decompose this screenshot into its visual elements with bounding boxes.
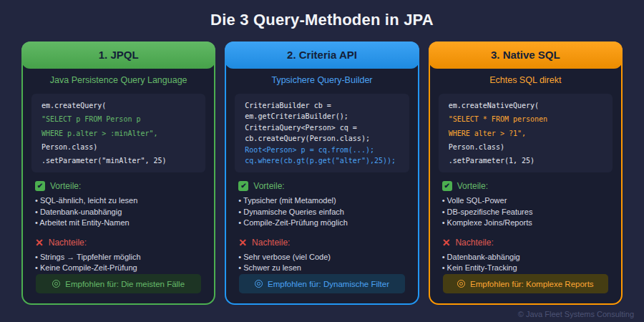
cards-row: 1. JPQL Java Persistence Query Language … [0, 42, 644, 305]
code-line: WHERE p.alter > :minAlter", [42, 130, 195, 137]
card-native-cons-list: Datenbank-abhängigKein Entity-Tracking [430, 252, 621, 274]
card-criteria-pros-list: Typsicher (mit Metamodel)Dynamische Quer… [226, 195, 417, 229]
cons-label: Nachteile: [49, 238, 87, 248]
code-line: "SELECT p FROM Person p [42, 115, 195, 123]
target-icon [52, 280, 60, 288]
target-icon [457, 280, 465, 288]
bullet-item: Datenbank-unabhängig [35, 207, 202, 218]
card-criteria-title: 2. Criteria API [287, 49, 357, 61]
card-jpql: 1. JPQL Java Persistence Query Language … [21, 42, 215, 305]
copyright-footer: © Java Fleet Systems Consulting [518, 310, 634, 318]
card-jpql-code-block: em.createQuery("SELECT p FROM Person pWH… [31, 94, 205, 173]
bullet-item: Komplexe Joins/Reports [442, 218, 609, 229]
bullet-item: Strings → Tippfehler möglich [35, 252, 202, 263]
card-criteria-header: 2. Criteria API [225, 42, 419, 69]
card-criteria-cons-list: Sehr verbose (viel Code)Schwer zu lesen [226, 252, 417, 274]
card-jpql-pros-list: SQL-ähnlich, leicht zu lesenDatenbank-un… [23, 195, 214, 229]
badge-label: Empfohlen für: Komplexe Reports [470, 280, 594, 288]
cons-label: Nachteile: [252, 238, 290, 248]
card-criteria-api: 2. Criteria API Typsichere Query-Builder… [225, 42, 419, 305]
card-jpql-subtitle: Java Persistence Query Language [23, 75, 214, 85]
card-criteria-cons-heading: ✕ Nachteile: [226, 238, 417, 248]
bullet-item: Sehr verbose (viel Code) [238, 252, 405, 263]
bullet-item: DB-spezifische Features [442, 207, 609, 218]
code-line: em.getCriteriaBuilder(); [245, 112, 399, 120]
pros-label: Vorteile: [50, 181, 81, 191]
code-line: .setParameter("minAlter", 25) [42, 157, 195, 165]
badge-label: Empfohlen für: Die meisten Fälle [65, 280, 185, 288]
bullet-item: Typsicher (mit Metamodel) [238, 195, 405, 207]
bullet-item: Datenbank-abhängig [442, 252, 609, 263]
pros-label: Vorteile: [457, 181, 488, 191]
pros-label: Vorteile: [253, 181, 284, 191]
bullet-item: SQL-ähnlich, leicht zu lesen [35, 195, 202, 207]
bullet-item: Kein Entity-Tracking [442, 263, 609, 274]
card-native-title: 3. Native SQL [491, 49, 560, 61]
code-line: CriteriaBuilder cb = [245, 102, 399, 109]
card-criteria-pros-heading: ✔ Vorteile: [226, 181, 417, 191]
cross-icon: ✕ [442, 238, 451, 248]
card-jpql-title: 1. JPQL [99, 49, 139, 61]
card-native-code-block: em.createNativeQuery("SELECT * FROM pers… [439, 94, 613, 173]
bullet-item: Keine Compile-Zeit-Prüfung [35, 263, 202, 274]
card-jpql-recommendation-badge: Empfohlen für: Die meisten Fälle [36, 274, 201, 293]
bullet-item: Schwer zu lesen [238, 263, 405, 274]
cross-icon: ✕ [35, 238, 44, 248]
card-criteria-subtitle: Typsichere Query-Builder [226, 75, 417, 85]
check-icon: ✔ [238, 181, 248, 191]
target-icon [255, 280, 263, 288]
card-native-pros-heading: ✔ Vorteile: [430, 181, 621, 191]
code-line: .setParameter(1, 25) [449, 157, 602, 165]
code-line: Person.class) [449, 143, 602, 151]
code-line: cb.createQuery(Person.class); [245, 135, 399, 142]
check-icon: ✔ [442, 181, 452, 191]
card-criteria-recommendation-badge: Empfohlen für: Dynamische Filter [239, 274, 404, 293]
card-jpql-cons-list: Strings → Tippfehler möglichKeine Compil… [23, 252, 214, 274]
card-jpql-header: 1. JPQL [21, 42, 215, 69]
code-line: WHERE alter > ?1", [449, 130, 602, 137]
code-line: Person.class) [42, 143, 195, 151]
card-native-cons-heading: ✕ Nachteile: [430, 238, 621, 248]
page-title: Die 3 Query-Methoden in JPA [0, 0, 644, 29]
card-native-pros-list: Volle SQL-PowerDB-spezifische FeaturesKo… [430, 195, 621, 229]
code-line: em.createNativeQuery( [449, 102, 602, 109]
card-native-sql: 3. Native SQL Echtes SQL direkt em.creat… [429, 42, 623, 305]
bullet-item: Volle SQL-Power [442, 195, 609, 207]
card-native-recommendation-badge: Empfohlen für: Komplexe Reports [443, 274, 608, 293]
code-line: CriteriaQuery<Person> cq = [245, 124, 399, 132]
code-line: cq.where(cb.gt(p.get("alter"),25)); [245, 157, 399, 165]
card-native-header: 3. Native SQL [429, 42, 623, 69]
card-jpql-pros-heading: ✔ Vorteile: [23, 181, 214, 191]
cons-label: Nachteile: [455, 238, 493, 248]
card-jpql-cons-heading: ✕ Nachteile: [23, 238, 214, 248]
card-criteria-code-block: CriteriaBuilder cb =em.getCriteriaBuilde… [235, 94, 409, 173]
card-native-subtitle: Echtes SQL direkt [430, 75, 621, 85]
badge-label: Empfohlen für: Dynamische Filter [268, 280, 389, 288]
code-line: "SELECT * FROM personen [449, 115, 602, 123]
bullet-item: Dynamische Queries einfach [238, 207, 405, 218]
bullet-item: Arbeitet mit Entity-Namen [35, 218, 202, 229]
code-line: Root<Person> p = cq.from(...); [245, 146, 399, 154]
check-icon: ✔ [35, 181, 45, 191]
bullet-item: Compile-Zeit-Prüfung möglich [238, 218, 405, 229]
code-line: em.createQuery( [42, 102, 195, 109]
cross-icon: ✕ [238, 238, 247, 248]
